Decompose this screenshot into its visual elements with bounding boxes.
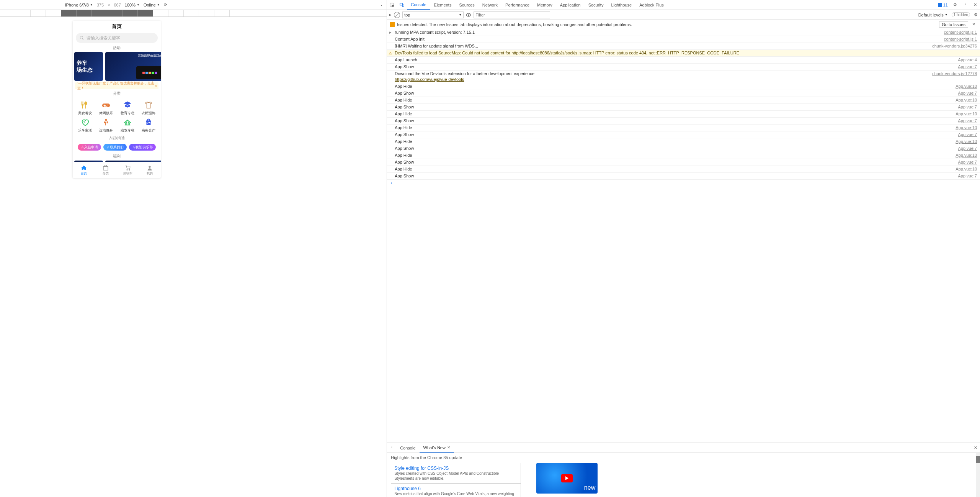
category-label: 运动健身 <box>99 128 113 133</box>
category-item[interactable]: 美食餐饮 <box>74 100 96 116</box>
device-width[interactable]: 375 <box>97 3 104 7</box>
close-icon[interactable]: × <box>155 84 157 88</box>
devtools-tab-performance[interactable]: Performance <box>501 0 533 10</box>
log-levels-select[interactable]: Default levels▼ <box>918 13 948 17</box>
source-link[interactable]: App.vue:10 <box>956 111 977 117</box>
sidebar-toggle-icon[interactable]: ▸ <box>389 12 392 17</box>
close-icon[interactable]: ✕ <box>970 22 977 27</box>
scrollbar[interactable] <box>976 453 980 497</box>
life-icon <box>80 117 90 127</box>
filter-input[interactable] <box>474 11 550 18</box>
tab-cart[interactable]: 购物车 <box>117 162 139 178</box>
whats-new-heading: Highlights from the Chrome 85 update <box>391 455 976 460</box>
console-log[interactable]: ▸running MPA content script, version: 7.… <box>387 29 980 443</box>
live-expression-icon[interactable] <box>466 12 471 18</box>
log-row: [HMR] Waiting for update signal from WDS… <box>387 43 980 50</box>
source-link[interactable]: App.vue:7 <box>958 118 977 124</box>
device-mode-icon[interactable] <box>397 0 407 10</box>
drawer-more-icon[interactable]: ⋮ <box>387 443 396 453</box>
search-input[interactable]: 请输入搜索关键字 <box>76 33 158 43</box>
source-link[interactable]: content-script.js:1 <box>944 30 977 35</box>
source-link[interactable]: App.vue:10 <box>956 84 977 89</box>
category-item[interactable]: 商务合作 <box>138 117 160 133</box>
tab-me[interactable]: 我的 <box>139 162 161 178</box>
devtools-tab-adblock-plus[interactable]: Adblock Plus <box>635 0 668 10</box>
console-settings-icon[interactable]: ⚙ <box>974 12 978 17</box>
category-item[interactable]: 运动健身 <box>96 117 117 133</box>
source-link[interactable]: App.vue:7 <box>958 173 977 179</box>
device-toolbar: iPhone 6/7/8▼ 375 × 667 100%▼ Online▼ ⟳ … <box>0 0 387 10</box>
devtools-tab-elements[interactable]: Elements <box>430 0 456 10</box>
source-link[interactable]: App.vue:10 <box>956 153 977 158</box>
carousel-slide[interactable]: 高清后视前后双录 <box>105 52 161 81</box>
hidden-count[interactable]: 1 hidden <box>952 12 970 17</box>
drawer-tab-what-s-new[interactable]: What's New✕ <box>420 443 454 453</box>
source-link[interactable]: App.vue:4 <box>958 57 977 63</box>
inspect-icon[interactable] <box>387 0 397 10</box>
log-row: App ShowApp.vue:7 <box>387 90 980 97</box>
context-select[interactable]: top▼ <box>402 11 464 18</box>
pill-button[interactable]: ☆联系我们 <box>103 144 127 151</box>
go-to-issues-button[interactable]: Go to Issues <box>939 21 968 28</box>
more-icon[interactable]: ⋮ <box>960 0 970 10</box>
drawer-close-icon[interactable]: ✕ <box>971 443 980 453</box>
source-link[interactable]: App.vue:10 <box>956 166 977 172</box>
devtools-tab-network[interactable]: Network <box>479 0 501 10</box>
console-prompt[interactable]: › <box>387 180 980 186</box>
source-link[interactable]: App.vue:7 <box>958 132 977 138</box>
source-link[interactable]: App.vue:7 <box>958 104 977 110</box>
throttle-select[interactable]: Online▼ <box>144 3 160 7</box>
source-link[interactable]: https://github.com/vuejs/vue-devtools <box>395 77 464 82</box>
close-icon[interactable]: ✕ <box>447 445 450 449</box>
source-link[interactable]: App.vue:10 <box>956 97 977 103</box>
category-item[interactable]: 助农专栏 <box>117 117 138 133</box>
close-devtools-icon[interactable]: ✕ <box>970 0 980 10</box>
category-item[interactable]: 休闲娱乐 <box>96 100 117 116</box>
notice-bar[interactable]: :—异联塑现推广盒子产品打包优惠套餐服务，点击查！ × <box>75 82 158 89</box>
sport-icon <box>101 117 111 127</box>
category-item[interactable]: 教育专栏 <box>117 100 138 116</box>
category-label: 乐享生活 <box>78 128 92 133</box>
zoom-select[interactable]: 100%▼ <box>125 3 140 7</box>
whats-new-video[interactable]: new <box>536 463 598 494</box>
source-link[interactable]: content-script.js:1 <box>944 36 977 42</box>
settings-icon[interactable]: ⚙ <box>950 0 960 10</box>
tab-category[interactable]: 分类 <box>95 162 117 178</box>
clear-console-icon[interactable] <box>394 12 400 18</box>
pill-button[interactable]: ☆联塑俱乐部 <box>129 144 156 151</box>
device-height[interactable]: 667 <box>114 3 121 7</box>
log-row: App HideApp.vue:10 <box>387 97 980 104</box>
devtools-tab-security[interactable]: Security <box>585 0 608 10</box>
whats-new-item[interactable]: Style editing for CSS-in-JSStyles create… <box>391 463 521 484</box>
devtools-tab-sources[interactable]: Sources <box>455 0 478 10</box>
category-item[interactable]: 乐享生活 <box>74 117 96 133</box>
source-link[interactable]: App.vue:7 <box>958 90 977 96</box>
pill-button[interactable]: ☆入驻申请 <box>78 144 101 151</box>
devtools-tab-console[interactable]: Console <box>407 0 430 10</box>
console-toolbar: ▸ top▼ Default levels▼ 1 hidden ⚙ <box>387 10 980 20</box>
carousel-slide[interactable]: 养车 场生态 <box>74 52 103 81</box>
source-link[interactable]: App.vue:7 <box>958 64 977 70</box>
drawer-tab-console[interactable]: Console <box>396 443 419 453</box>
category-label: 美食餐饮 <box>78 111 92 116</box>
source-link[interactable]: App.vue:7 <box>958 146 977 151</box>
source-link[interactable]: App.vue:7 <box>958 159 977 165</box>
source-link[interactable]: chunk-vendors.js:34276 <box>932 43 977 49</box>
source-link[interactable]: App.vue:10 <box>956 139 977 144</box>
errors-badge[interactable]: 11 <box>936 0 950 10</box>
devtools-tab-lighthouse[interactable]: Lighthouse <box>607 0 635 10</box>
devtools-tab-memory[interactable]: Memory <box>533 0 556 10</box>
tab-home[interactable]: 首页 <box>73 162 95 178</box>
devtools-tab-application[interactable]: Application <box>556 0 585 10</box>
whats-new-item[interactable]: Lighthouse 6New metrics that align with … <box>391 484 521 497</box>
source-link[interactable]: http://localhost:8086/static/js/sockjs.j… <box>511 51 591 55</box>
rotate-icon[interactable]: ⟳ <box>164 2 167 7</box>
source-link[interactable]: App.vue:10 <box>956 125 977 131</box>
activity-carousel[interactable]: 养车 场生态 高清后视前后双录 <box>73 52 161 81</box>
category-item[interactable]: 衣帽服饰 <box>138 100 160 116</box>
source-link[interactable]: chunk-vendors.js:12778 <box>932 71 977 82</box>
device-more-icon[interactable]: ⋮ <box>379 2 384 7</box>
category-label: 衣帽服饰 <box>142 111 155 116</box>
device-select[interactable]: iPhone 6/7/8▼ <box>65 3 93 7</box>
log-row: App ShowApp.vue:7 <box>387 173 980 180</box>
